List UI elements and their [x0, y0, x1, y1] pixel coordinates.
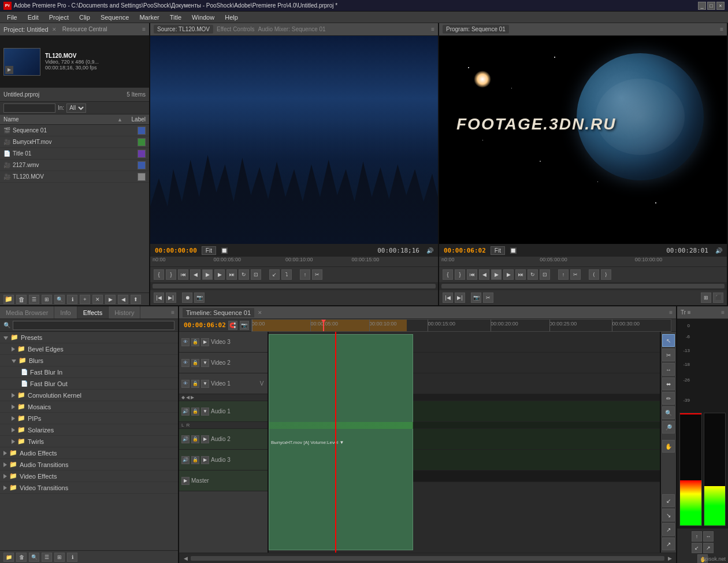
project-thumb[interactable]: ▶	[3, 48, 40, 76]
tool-pen[interactable]: ✏	[662, 392, 675, 405]
prog-step-fwd[interactable]: ▶	[503, 269, 514, 280]
track-lock-v2[interactable]: 🔒	[191, 359, 199, 367]
source-lift[interactable]: ↑	[300, 269, 310, 280]
effects-delete-btn[interactable]: 🗑	[16, 553, 27, 562]
folder-audio-effects[interactable]: 📁 Audio Effects	[0, 447, 178, 459]
effects-search-btn[interactable]: 🔍	[29, 553, 39, 562]
list-item[interactable]: 🎥 ВыпускHT.mov	[0, 136, 149, 148]
folder-presets-header[interactable]: 📁 Presets	[0, 332, 178, 343]
menu-marker[interactable]: Marker	[135, 13, 164, 22]
menu-clip[interactable]: Clip	[75, 13, 95, 22]
prog-mark-out[interactable]: }	[455, 269, 465, 280]
source-fit-btn[interactable]: Fit	[202, 246, 216, 255]
project-export-btn[interactable]: ⬆	[131, 295, 141, 304]
tab-history[interactable]: History	[109, 306, 140, 318]
effects-item-fast-blur-out[interactable]: 📄 Fast Blur Out	[0, 378, 178, 390]
folder-video-effects[interactable]: 📁 Video Effects	[0, 471, 178, 482]
effects-list-btn[interactable]: ☰	[42, 553, 52, 562]
prog-mark-in[interactable]: {	[443, 269, 453, 280]
track-collapse-v2[interactable]: ▼	[201, 359, 209, 367]
resource-central-tab[interactable]: Resource Central	[62, 26, 107, 32]
track-collapse-v1[interactable]: ▼	[201, 380, 209, 388]
prog-export-frame[interactable]: 📷	[471, 292, 481, 303]
track-collapse-a1[interactable]: ▼	[201, 408, 209, 416]
tool-hand[interactable]: ✋	[662, 440, 675, 453]
track-mute-a2[interactable]: 🔊	[181, 435, 190, 443]
prog-overlay[interactable]: ⬛	[713, 292, 723, 303]
list-item[interactable]: 📄 Title 01	[0, 148, 149, 160]
source-loop[interactable]: ↻	[239, 269, 249, 280]
menu-sequence[interactable]: Sequence	[96, 13, 134, 22]
effects-new-folder-btn[interactable]: 📁	[3, 553, 14, 562]
source-goto-prev-edit[interactable]: |◀	[154, 292, 164, 303]
track-lock-a3[interactable]: 🔒	[191, 456, 199, 464]
menu-project[interactable]: Project	[44, 13, 73, 22]
tab-media-browser[interactable]: Media Browser	[0, 306, 54, 318]
timeline-playhead[interactable]	[335, 332, 336, 553]
project-find-btn[interactable]: ◀	[118, 295, 128, 304]
track-audio1[interactable]: ВыпускHT.mov [A] Volume:Level ▼	[269, 401, 660, 422]
track-mute-a3[interactable]: 🔊	[181, 456, 190, 464]
track-eye-v1[interactable]: 👁	[181, 380, 190, 388]
track-eye-v3[interactable]: 👁	[181, 338, 190, 346]
effects-icon-btn[interactable]: ⊞	[54, 553, 65, 562]
panel-menu-icon[interactable]: ≡	[142, 26, 146, 32]
timeline-snap-btn[interactable]: 🧲	[228, 321, 237, 330]
tool-extra2[interactable]: ↘	[662, 509, 675, 521]
maximize-btn[interactable]: □	[707, 2, 715, 10]
tl-nav-left[interactable]: ◀	[181, 554, 190, 562]
tool-select[interactable]: ↖	[662, 334, 675, 347]
folder-convolution[interactable]: 📁 Convolution Kernel	[0, 390, 178, 401]
prog-trim-monitor[interactable]: ✂	[483, 292, 493, 303]
folder-blurs[interactable]: 📁 Blurs	[0, 355, 178, 366]
source-play[interactable]: ▶	[202, 269, 213, 280]
effects-search-input[interactable]	[13, 321, 174, 330]
source-goto-in[interactable]: ⏮	[178, 269, 188, 280]
list-item[interactable]: 🎬 Sequence 01	[0, 125, 149, 136]
source-mark-out[interactable]: }	[166, 269, 176, 280]
prog-trim-next[interactable]: ⟩	[601, 269, 611, 280]
track-collapse-v3[interactable]: ▶	[201, 338, 209, 346]
track-lock-v3[interactable]: 🔒	[191, 338, 199, 346]
timeline-menu[interactable]: ≡	[669, 309, 673, 316]
menu-help[interactable]: Help	[220, 13, 243, 22]
minimize-btn[interactable]: _	[698, 2, 706, 10]
source-goto-out[interactable]: ⏭	[226, 269, 237, 280]
track-collapse-a3[interactable]: ▶	[201, 456, 209, 464]
program-video[interactable]: FOOTAGE.3DN.RU	[439, 36, 727, 244]
prog-goto-in[interactable]: ⏮	[467, 269, 477, 280]
effects-panel-menu[interactable]: ≡	[168, 309, 178, 316]
project-search-btn[interactable]: 🔍	[54, 295, 65, 304]
track-collapse-master[interactable]: ▶	[181, 477, 190, 485]
source-step-fwd[interactable]: ▶	[214, 269, 225, 280]
tool-extra3[interactable]: ↗	[662, 523, 675, 536]
track-lock-v1[interactable]: 🔒	[191, 380, 199, 388]
list-item[interactable]: 🎥 TL120.MOV	[0, 171, 149, 183]
project-list-view[interactable]: ☰	[29, 295, 39, 304]
program-fit-btn[interactable]: Fit	[491, 246, 505, 255]
timeline-ruler-marks[interactable]: 00:00 00:00:05:00 00:00:10:00 00:00:15:0…	[251, 319, 671, 332]
menu-title[interactable]: Title	[165, 13, 186, 22]
tool-extra1[interactable]: ↙	[662, 494, 675, 507]
folder-mosaics[interactable]: 📁 Mosaics	[0, 401, 178, 413]
track-lock-a1[interactable]: 🔒	[191, 408, 199, 416]
prog-multicam[interactable]: ⊞	[701, 292, 711, 303]
effects-info-btn[interactable]: ℹ	[67, 553, 77, 562]
tool-extra4[interactable]: ↗	[662, 538, 675, 550]
track-collapse-a2[interactable]: ▶	[201, 435, 209, 443]
menu-file[interactable]: File	[2, 13, 22, 22]
menu-window[interactable]: Window	[187, 13, 219, 22]
track-nav-prev[interactable]: ◀	[186, 395, 190, 400]
prog-goto-out[interactable]: ⏭	[515, 269, 526, 280]
source-export-frame[interactable]: 📷	[194, 292, 205, 303]
prog-loop[interactable]: ↻	[528, 269, 538, 280]
right-panel-menu[interactable]: ≡	[721, 309, 725, 316]
source-mark-in[interactable]: {	[154, 269, 164, 280]
project-search-input[interactable]	[3, 103, 55, 113]
prog-trim-prev[interactable]: ⟨	[589, 269, 599, 280]
effects-item-fast-blur-in[interactable]: 📄 Fast Blur In	[0, 366, 178, 378]
track-eye-v2[interactable]: 👁	[181, 359, 190, 367]
prog-lift[interactable]: ↑	[558, 269, 569, 280]
menu-edit[interactable]: Edit	[23, 13, 43, 22]
project-icon-view[interactable]: ⊞	[42, 295, 52, 304]
